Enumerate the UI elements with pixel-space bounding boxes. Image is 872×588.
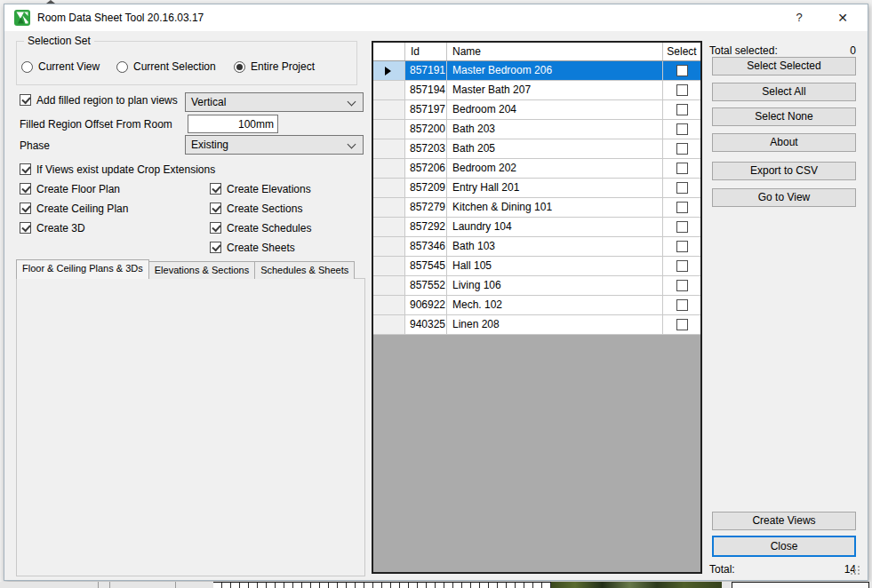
row-select-cell[interactable] (663, 61, 700, 80)
row-select-checkbox[interactable] (676, 221, 688, 233)
row-select-checkbox[interactable] (676, 163, 688, 174)
row-id-cell[interactable]: 857346 (405, 237, 447, 256)
table-row[interactable]: 906922Mech. 102 (373, 296, 700, 315)
row-id-cell[interactable]: 857194 (405, 81, 447, 99)
row-select-checkbox[interactable] (676, 202, 688, 213)
row-selector-cell[interactable] (373, 81, 405, 99)
row-name-cell[interactable]: Master Bath 207 (447, 81, 663, 99)
row-select-checkbox[interactable] (676, 123, 688, 135)
row-select-cell[interactable] (663, 81, 700, 99)
row-select-cell[interactable] (663, 198, 700, 217)
row-id-cell[interactable]: 906922 (405, 296, 447, 314)
row-id-cell[interactable]: 857197 (405, 100, 447, 119)
row-select-cell[interactable] (663, 159, 700, 178)
create-elevations-checkbox[interactable] (210, 183, 221, 195)
row-id-cell[interactable]: 857191 (405, 61, 447, 80)
export-to-csv-button[interactable]: Export to CSV (712, 162, 856, 180)
row-name-cell[interactable]: Kitchen & Dining 101 (447, 198, 663, 217)
row-select-checkbox[interactable] (676, 260, 688, 272)
row-id-cell[interactable]: 857292 (405, 218, 447, 236)
row-select-checkbox[interactable] (676, 143, 688, 155)
table-row[interactable]: 857194Master Bath 207 (373, 81, 700, 100)
create-floor-plan-checkbox[interactable] (20, 183, 31, 195)
row-select-checkbox[interactable] (676, 65, 688, 76)
row-id-cell[interactable]: 857279 (405, 198, 447, 217)
row-name-cell[interactable]: Mech. 102 (447, 296, 663, 314)
select-column-header[interactable]: Select (663, 43, 700, 60)
row-name-cell[interactable]: Bath 205 (447, 139, 663, 158)
row-name-cell[interactable]: Bedroom 202 (447, 159, 663, 178)
create-schedules-checkbox[interactable] (210, 222, 221, 234)
tab-floor-ceiling-plans-3ds[interactable]: Floor & Ceiling Plans & 3Ds (16, 259, 149, 279)
row-select-checkbox[interactable] (676, 84, 688, 96)
row-selector-cell[interactable] (373, 315, 405, 334)
create-sections-checkbox[interactable] (210, 203, 221, 214)
go-to-view-button[interactable]: Go to View (712, 188, 856, 207)
table-row[interactable]: 857346Bath 103 (373, 237, 700, 257)
row-selector-cell[interactable] (373, 237, 405, 256)
radio-current-selection[interactable]: Current Selection (116, 60, 216, 73)
help-button[interactable]: ? (780, 4, 819, 31)
row-id-cell[interactable]: 857545 (405, 257, 447, 275)
radio-current-view[interactable]: Current View (21, 60, 100, 73)
row-select-checkbox[interactable] (676, 241, 688, 252)
offset-input[interactable]: 100mm (188, 115, 278, 133)
title-bar[interactable]: Room Data Sheet Tool 20.16.03.17 ? ✕ (4, 4, 868, 31)
row-select-checkbox[interactable] (676, 319, 688, 330)
phase-select[interactable]: Existing (185, 135, 364, 155)
table-row[interactable]: 857209Entry Hall 201 (373, 179, 700, 198)
row-name-cell[interactable]: Living 106 (447, 276, 663, 295)
create-ceiling-plan-checkbox[interactable] (20, 203, 31, 214)
row-id-cell[interactable]: 857203 (405, 139, 447, 158)
table-row[interactable]: 857292Laundry 104 (373, 218, 700, 237)
row-selector-cell[interactable] (373, 100, 405, 119)
table-row[interactable]: 857203Bath 205 (373, 139, 700, 159)
row-selector-cell[interactable] (373, 179, 405, 197)
row-select-cell[interactable] (663, 120, 700, 139)
select-all-button[interactable]: Select All (712, 83, 856, 101)
row-select-cell[interactable] (663, 218, 700, 236)
row-selector-cell[interactable] (373, 120, 405, 139)
row-id-cell[interactable]: 940325 (405, 315, 447, 334)
close-window-button[interactable]: ✕ (823, 4, 862, 31)
row-select-cell[interactable] (663, 139, 700, 158)
row-select-cell[interactable] (663, 100, 700, 119)
row-name-cell[interactable]: Bedroom 204 (447, 100, 663, 119)
name-column-header[interactable]: Name (447, 43, 663, 60)
row-select-cell[interactable] (663, 276, 700, 295)
fill-direction-select[interactable]: Vertical (185, 92, 364, 112)
table-row[interactable]: 857197Bedroom 204 (373, 100, 700, 120)
row-name-cell[interactable]: Hall 105 (447, 257, 663, 275)
row-name-cell[interactable]: Linen 208 (447, 315, 663, 334)
update-crop-checkbox[interactable] (20, 163, 31, 175)
row-select-checkbox[interactable] (676, 299, 688, 311)
row-id-cell[interactable]: 857206 (405, 159, 447, 178)
row-selector-cell[interactable] (373, 61, 405, 80)
create-sheets-checkbox[interactable] (210, 242, 221, 253)
row-select-cell[interactable] (663, 315, 700, 334)
row-select-checkbox[interactable] (676, 104, 688, 115)
row-selector-cell[interactable] (373, 296, 405, 314)
table-row[interactable]: 857191Master Bedroom 206 (373, 61, 700, 81)
row-name-cell[interactable]: Entry Hall 201 (447, 179, 663, 197)
row-selector-cell[interactable] (373, 159, 405, 178)
row-selector-cell[interactable] (373, 198, 405, 217)
row-select-cell[interactable] (663, 257, 700, 275)
row-select-checkbox[interactable] (676, 280, 688, 291)
row-id-cell[interactable]: 857552 (405, 276, 447, 295)
table-row[interactable]: 857279Kitchen & Dining 101 (373, 198, 700, 218)
row-selector-cell[interactable] (373, 257, 405, 275)
row-name-cell[interactable]: Master Bedroom 206 (447, 61, 663, 80)
add-filled-region-checkbox[interactable] (20, 94, 31, 106)
about-button[interactable]: About (712, 133, 856, 152)
id-column-header[interactable]: Id (405, 43, 447, 60)
row-name-cell[interactable]: Bath 103 (447, 237, 663, 256)
row-selector-cell[interactable] (373, 276, 405, 295)
row-name-cell[interactable]: Laundry 104 (447, 218, 663, 236)
table-row[interactable]: 857552Living 106 (373, 276, 700, 296)
resize-grip[interactable] (849, 564, 860, 575)
row-id-cell[interactable]: 857209 (405, 179, 447, 197)
row-selector-cell[interactable] (373, 139, 405, 158)
row-select-cell[interactable] (663, 179, 700, 197)
close-button[interactable]: Close (712, 536, 856, 557)
